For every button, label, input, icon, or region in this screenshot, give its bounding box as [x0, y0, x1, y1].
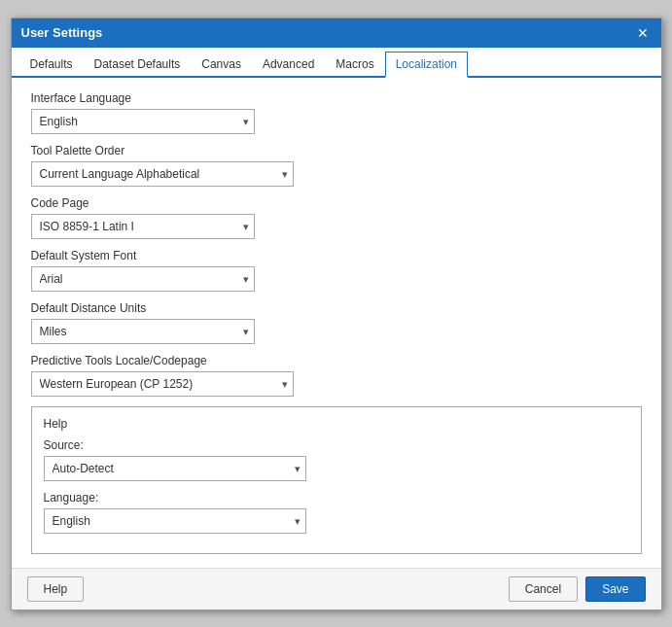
code-page-wrapper: ISO 8859-1 Latin I UTF-8 UTF-16 ▾	[31, 214, 255, 239]
footer-actions: Cancel Save	[509, 576, 646, 602]
default-system-font-group: Default System Font Arial Times New Roma…	[31, 249, 642, 292]
tab-localization[interactable]: Localization	[385, 52, 468, 78]
help-language-group: Language: English French German Spanish …	[44, 491, 629, 534]
tab-canvas[interactable]: Canvas	[191, 52, 252, 78]
help-source-wrapper: Auto-Detect Online Local ▾	[44, 456, 306, 481]
code-page-label: Code Page	[31, 196, 642, 210]
content-area: Interface Language English French German…	[12, 78, 661, 568]
interface-language-label: Interface Language	[31, 91, 642, 105]
tool-palette-order-wrapper: Current Language Alphabetical Default Cu…	[31, 161, 294, 187]
interface-language-wrapper: English French German Spanish ▾	[31, 109, 255, 134]
help-language-select[interactable]: English French German Spanish	[44, 508, 306, 534]
help-language-wrapper: English French German Spanish ▾	[44, 508, 306, 534]
interface-language-group: Interface Language English French German…	[31, 91, 642, 134]
default-distance-units-wrapper: Miles Kilometers Feet Meters ▾	[31, 319, 255, 344]
help-box: Help Source: Auto-Detect Online Local ▾ …	[31, 406, 642, 554]
title-bar: User Settings ✕	[12, 18, 661, 48]
tool-palette-order-select[interactable]: Current Language Alphabetical Default Cu…	[31, 161, 294, 187]
code-page-select[interactable]: ISO 8859-1 Latin I UTF-8 UTF-16	[31, 214, 255, 239]
tab-defaults[interactable]: Defaults	[19, 52, 84, 78]
predictive-tools-wrapper: Western European (CP 1252) UTF-8 Eastern…	[31, 371, 294, 397]
tab-dataset-defaults[interactable]: Dataset Defaults	[84, 52, 192, 78]
tab-advanced[interactable]: Advanced	[252, 52, 325, 78]
help-box-title: Help	[44, 417, 629, 431]
help-language-label: Language:	[44, 491, 629, 505]
predictive-tools-group: Predictive Tools Locale/Codepage Western…	[31, 354, 642, 397]
default-system-font-wrapper: Arial Times New Roman Courier New ▾	[31, 266, 255, 292]
footer: Help Cancel Save	[12, 568, 661, 610]
predictive-tools-label: Predictive Tools Locale/Codepage	[31, 354, 642, 367]
cancel-button[interactable]: Cancel	[509, 576, 578, 602]
tool-palette-order-label: Tool Palette Order	[31, 144, 642, 157]
default-system-font-select[interactable]: Arial Times New Roman Courier New	[31, 266, 255, 292]
interface-language-select[interactable]: English French German Spanish	[31, 109, 255, 134]
tab-macros[interactable]: Macros	[325, 52, 384, 78]
save-button[interactable]: Save	[585, 576, 645, 602]
help-source-label: Source:	[44, 438, 629, 452]
predictive-tools-select[interactable]: Western European (CP 1252) UTF-8 Eastern…	[31, 371, 294, 397]
dialog-title: User Settings	[21, 25, 103, 40]
close-button[interactable]: ✕	[634, 24, 652, 42]
default-distance-units-select[interactable]: Miles Kilometers Feet Meters	[31, 319, 255, 344]
help-source-group: Source: Auto-Detect Online Local ▾	[44, 438, 629, 481]
tab-bar: Defaults Dataset Defaults Canvas Advance…	[12, 48, 661, 78]
default-distance-units-group: Default Distance Units Miles Kilometers …	[31, 301, 642, 344]
default-distance-units-label: Default Distance Units	[31, 301, 642, 315]
user-settings-dialog: User Settings ✕ Defaults Dataset Default…	[11, 17, 662, 610]
help-button[interactable]: Help	[27, 576, 85, 602]
code-page-group: Code Page ISO 8859-1 Latin I UTF-8 UTF-1…	[31, 196, 642, 239]
tool-palette-order-group: Tool Palette Order Current Language Alph…	[31, 144, 642, 187]
help-source-select[interactable]: Auto-Detect Online Local	[44, 456, 306, 481]
default-system-font-label: Default System Font	[31, 249, 642, 262]
